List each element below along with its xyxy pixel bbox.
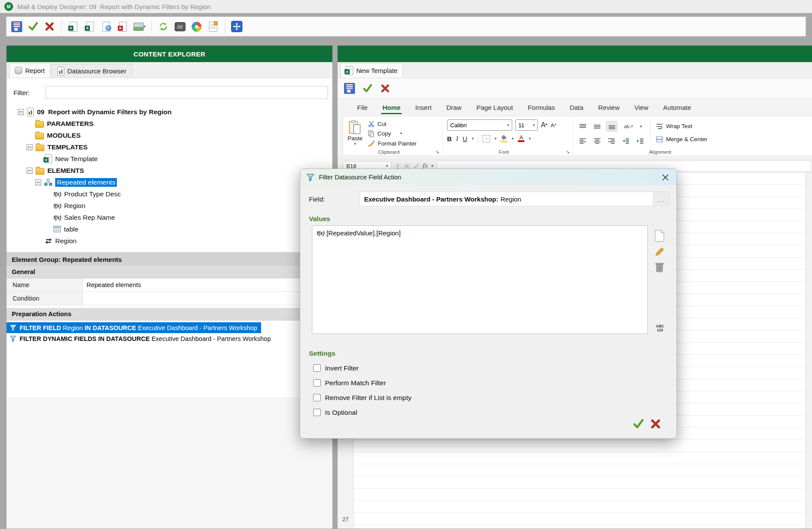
value-item[interactable]: f(x) [RepeatedValue].[Region] — [317, 229, 643, 237]
ribbon-tab-data[interactable]: Data — [562, 99, 591, 116]
bottom-align-button[interactable] — [606, 121, 617, 132]
abc-123-icon[interactable]: ABC 123 — [654, 324, 666, 332]
checkbox[interactable] — [313, 379, 321, 387]
dialog-launcher-icon[interactable]: ↘ — [435, 149, 439, 155]
tree-item-modules[interactable]: MODULES — [7, 129, 332, 141]
formula-cancel-icon[interactable] — [404, 163, 410, 169]
top-align-button[interactable] — [577, 122, 588, 131]
tab-report[interactable]: Report — [9, 63, 50, 78]
middle-align-button[interactable] — [592, 122, 602, 131]
checkbox[interactable] — [313, 409, 321, 416]
copy-button[interactable]: Copy ▾ — [368, 129, 417, 138]
ribbon-tab-automate[interactable]: Automate — [656, 99, 698, 116]
align-left-button[interactable] — [577, 136, 588, 145]
checkbox[interactable] — [313, 394, 321, 401]
ribbon-tab-draw[interactable]: Draw — [439, 99, 469, 116]
orientation-button[interactable]: ab ↗ — [621, 122, 636, 131]
cancel-button[interactable] — [43, 20, 56, 33]
action-filter-field[interactable]: FILTER FIELDRegionIN DATASOURCEExecutive… — [7, 322, 261, 333]
format-painter-button[interactable]: Format Painter — [368, 139, 417, 148]
borders-button[interactable] — [483, 135, 490, 142]
merge-center-button[interactable]: Merge & Center — [656, 135, 707, 144]
tree-item-parameters[interactable]: PARAMETERS — [7, 118, 332, 129]
checkbox[interactable] — [313, 364, 321, 372]
tree-item-report-root[interactable]: 09 Report with Dynamic Filters by Region — [7, 106, 332, 118]
bold-button[interactable]: B — [447, 135, 452, 142]
align-right-button[interactable] — [606, 136, 616, 145]
export-excel-values-button[interactable]: X — [83, 20, 96, 33]
font-size-combo[interactable]: 11▾ — [515, 119, 538, 131]
property-value[interactable]: Repeated elements — [83, 278, 332, 291]
tree-item-table[interactable]: table — [7, 223, 332, 235]
confirm-button[interactable] — [27, 20, 40, 33]
filter-input[interactable] — [46, 86, 328, 99]
dialog-ok-button[interactable] — [633, 418, 644, 430]
tree-item-region-element[interactable]: f(x) Region — [7, 200, 332, 212]
grow-font-button[interactable]: A▴ — [541, 121, 547, 129]
decrease-indent-button[interactable] — [620, 136, 631, 145]
tree-item-sales-rep-name[interactable]: f(x) Sales Rep Name — [7, 212, 332, 223]
tab-new-template[interactable]: New Template — [340, 63, 403, 78]
tree-item-new-template[interactable]: New Template — [7, 153, 332, 165]
field-value-box[interactable]: Executive Dashboard - Partners Workshop:… — [359, 192, 669, 206]
toolbar-separator — [225, 20, 225, 33]
expressions-button[interactable]: (x) — [173, 20, 186, 33]
template-save-button[interactable] — [343, 81, 356, 95]
formula-enter-icon[interactable] — [413, 163, 419, 169]
arrange-layout-button[interactable] — [230, 20, 243, 33]
underline-button[interactable]: U — [463, 135, 467, 142]
tree-item-product-type-desc[interactable]: f(x) Product Type Desc — [7, 188, 332, 200]
collapse-icon[interactable] — [27, 144, 33, 150]
refresh-button[interactable] — [157, 20, 170, 33]
font-color-button[interactable]: A — [518, 135, 524, 142]
vertical-scrollbar[interactable] — [805, 172, 812, 529]
checkbox-perform-match-filter[interactable]: Perform Match Filter — [313, 379, 676, 387]
browse-field-button[interactable]: ... — [653, 192, 669, 206]
dialog-close-button[interactable] — [660, 172, 670, 182]
export-pdf-button[interactable]: A — [116, 20, 129, 33]
tree-item-repeated-elements[interactable]: Repeated elements — [7, 176, 332, 188]
collapse-icon[interactable] — [27, 168, 33, 174]
delete-value-icon[interactable] — [655, 262, 664, 273]
ribbon-tab-insert[interactable]: Insert — [408, 99, 439, 116]
ribbon-tab-formulas[interactable]: Formulas — [520, 99, 563, 116]
tree-item-templates[interactable]: TEMPLATES — [7, 141, 332, 153]
checkbox-remove-filter-if-list-empty[interactable]: Remove Filter if List is empty — [313, 393, 676, 402]
ribbon-tab-home[interactable]: Home — [375, 99, 408, 116]
shrink-font-button[interactable]: A▾ — [550, 122, 556, 129]
checkbox-invert-filter[interactable]: Invert Filter — [313, 364, 676, 372]
template-cancel-button[interactable] — [378, 81, 391, 95]
dialog-cancel-button[interactable] — [650, 419, 661, 429]
property-value[interactable] — [83, 292, 332, 305]
action-filter-dynamic-fields[interactable]: FILTER DYNAMIC FIELDS IN DATASOURCEExecu… — [7, 333, 275, 344]
ribbon-tab-review[interactable]: Review — [591, 99, 627, 116]
italic-button[interactable]: I — [456, 135, 458, 142]
export-image-button[interactable]: ▾ — [133, 20, 146, 33]
align-center-button[interactable] — [592, 136, 602, 145]
theme-colors-button[interactable] — [190, 20, 203, 33]
export-excel-button[interactable]: X — [67, 20, 80, 33]
log-button[interactable] — [206, 20, 219, 33]
collapse-icon[interactable] — [35, 179, 41, 185]
template-confirm-button[interactable] — [361, 81, 374, 95]
tree-item-elements[interactable]: ELEMENTS — [7, 165, 332, 176]
save-button[interactable] — [10, 20, 23, 33]
dialog-launcher-icon[interactable]: ↘ — [566, 149, 570, 155]
add-value-icon[interactable] — [654, 230, 665, 242]
ribbon-tab-page-layout[interactable]: Page Layout — [469, 99, 520, 116]
font-name-combo[interactable]: Calibri▾ — [447, 119, 512, 131]
checkbox-is-optional[interactable]: Is Optional — [313, 408, 676, 417]
edit-value-icon[interactable] — [654, 247, 665, 257]
tab-datasource-browser[interactable]: Datasource Browser — [52, 64, 132, 78]
ribbon-tab-view[interactable]: View — [627, 99, 656, 116]
fill-color-button[interactable] — [501, 135, 507, 142]
cut-button[interactable]: Cut — [368, 120, 417, 128]
increase-indent-button[interactable] — [635, 136, 645, 145]
export-web-button[interactable] — [100, 20, 113, 33]
wrap-text-button[interactable]: Wrap Text — [656, 122, 707, 131]
ribbon-tab-file[interactable]: File — [350, 99, 375, 116]
collapse-icon[interactable] — [18, 109, 24, 115]
values-list[interactable]: f(x) [RepeatedValue].[Region] — [312, 225, 648, 334]
paste-button[interactable]: Paste ▾ — [348, 119, 363, 148]
tree-item-region-repeater[interactable]: Region — [7, 235, 332, 247]
